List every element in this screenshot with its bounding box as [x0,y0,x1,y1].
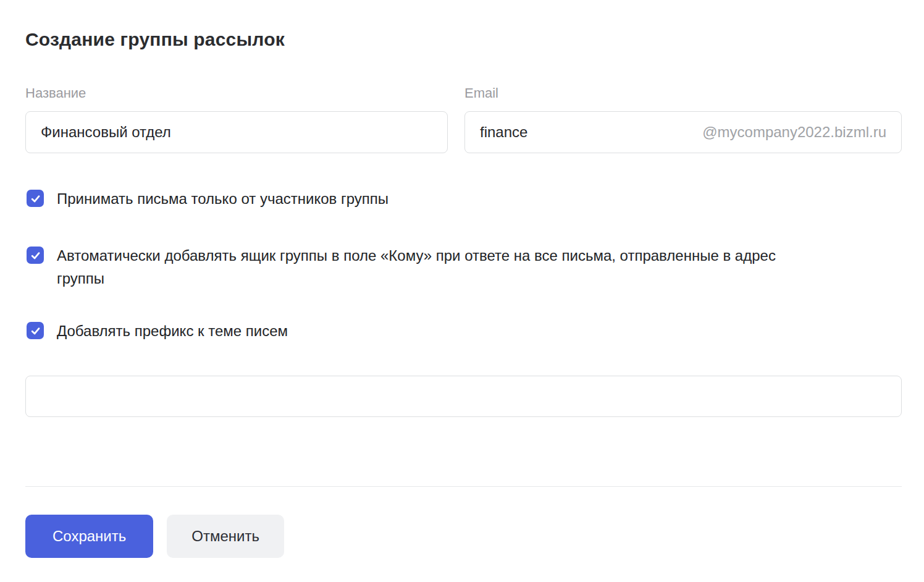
checkmark-icon [30,193,41,204]
checkbox-auto-add-to-field[interactable] [27,247,44,264]
checkbox-row-only-group-members[interactable]: Принимать письма только от участников гр… [25,187,902,210]
checkbox-label: Автоматически добавлять ящик группы в по… [57,244,801,290]
checkbox-label: Принимать письма только от участников гр… [57,187,388,210]
email-field: Email @mycompany2022.bizml.ru [464,85,902,153]
subject-prefix-input[interactable] [25,376,902,417]
name-input[interactable] [25,111,448,153]
form-actions: Сохранить Отменить [25,515,902,558]
checkbox-subject-prefix[interactable] [27,322,44,339]
email-local-part-input[interactable] [480,124,702,141]
name-email-fields-row: Название Email @mycompany2022.bizml.ru [25,85,902,153]
checkbox-row-auto-add-to-field[interactable]: Автоматически добавлять ящик группы в по… [25,244,902,290]
email-domain-suffix: @mycompany2022.bizml.ru [702,124,886,141]
checkbox-row-subject-prefix[interactable]: Добавлять префикс к теме писем [25,319,902,342]
create-mailing-group-page: Создание группы рассылок Название Email … [0,0,924,582]
checkmark-icon [30,326,41,336]
page-title: Создание группы рассылок [25,28,902,51]
checkbox-only-group-members[interactable] [27,190,44,207]
cancel-button[interactable]: Отменить [167,515,284,558]
email-field-label: Email [464,85,902,101]
name-field: Название [25,85,448,153]
email-input-group[interactable]: @mycompany2022.bizml.ru [464,111,902,153]
divider [25,486,902,487]
name-field-label: Название [25,85,448,101]
checkbox-label: Добавлять префикс к теме писем [57,319,288,342]
save-button[interactable]: Сохранить [25,515,153,558]
checkmark-icon [30,250,41,261]
